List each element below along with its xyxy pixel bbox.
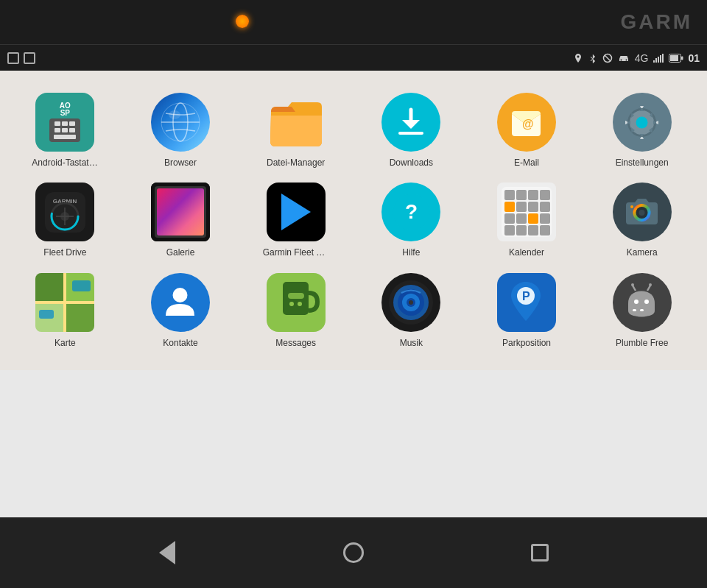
app-label-plumble-free: Plumble Free	[616, 338, 668, 348]
app-fleet-drive[interactable]: GARMIN Fleet Drive	[7, 175, 123, 265]
app-label-android-keyboard: Android-Tastatur (.	[32, 157, 98, 168]
app-einstellungen[interactable]: Einstellungen	[584, 85, 700, 175]
contacts-icon-svg	[160, 282, 200, 322]
downloads-icon-svg	[393, 104, 429, 141]
nav-recent-button[interactable]	[521, 534, 558, 571]
nav-bar	[0, 517, 707, 588]
app-plumble-free[interactable]: Plumble Free	[584, 266, 700, 355]
parkposition-icon-svg: P	[502, 278, 550, 326]
svg-point-62	[289, 302, 294, 306]
app-downloads[interactable]: Downloads	[354, 85, 469, 175]
status-left-icons	[7, 52, 35, 64]
device-frame: GARM 4G	[0, 0, 707, 588]
svg-rect-36	[516, 202, 527, 212]
app-android-keyboard[interactable]: AOSP	[7, 85, 123, 175]
camera-icon-svg	[622, 192, 662, 233]
svg-rect-44	[516, 225, 527, 235]
svg-rect-79	[633, 309, 636, 311]
svg-line-75	[647, 286, 650, 291]
signal-icon	[653, 53, 664, 63]
app-kontakte[interactable]: Kontakte	[123, 266, 239, 355]
app-label-hilfe: Hilfe	[402, 247, 420, 258]
browser-icon-svg	[158, 100, 203, 144]
app-label-einstellungen: Einstellungen	[616, 157, 669, 168]
svg-rect-32	[516, 190, 527, 200]
status-time: 01	[688, 52, 700, 64]
top-bar: GARM	[0, 0, 707, 44]
app-grid: AOSP	[0, 71, 707, 370]
svg-point-59	[173, 288, 188, 302]
maps-icon-svg	[35, 273, 94, 332]
svg-rect-6	[662, 54, 664, 63]
network-type: 4G	[635, 52, 649, 64]
svg-rect-33	[528, 190, 538, 200]
app-karte[interactable]: Karte	[7, 266, 123, 355]
app-datei-manager[interactable]: Datei-Manager	[238, 85, 354, 175]
svg-rect-45	[528, 225, 538, 235]
app-parkposition[interactable]: P Parkposition	[469, 266, 585, 355]
svg-point-69	[409, 300, 413, 305]
email-icon-svg: @	[506, 102, 546, 143]
svg-point-74	[631, 283, 634, 286]
app-label-galerie: Galerie	[166, 247, 195, 258]
app-kalender[interactable]: Kalender	[469, 175, 585, 265]
svg-rect-80	[640, 309, 644, 311]
svg-rect-42	[540, 213, 550, 224]
app-label-browser: Browser	[164, 157, 197, 168]
app-musik[interactable]: Musik	[354, 266, 469, 355]
svg-rect-35	[504, 202, 515, 212]
app-hilfe[interactable]: ? Hilfe	[354, 175, 469, 265]
app-label-datei-manager: Datei-Manager	[267, 157, 325, 168]
svg-rect-9	[681, 56, 683, 60]
nav-home-button[interactable]	[335, 534, 372, 571]
svg-rect-8	[670, 55, 678, 61]
svg-text:?: ?	[405, 200, 418, 223]
app-label-kamera: Kamera	[627, 247, 658, 258]
orange-indicator	[236, 15, 249, 28]
status-bar: 4G 01	[0, 44, 707, 71]
svg-rect-27	[157, 188, 204, 235]
svg-point-13	[169, 110, 180, 119]
app-label-garmin-fleet-ref: Garmin Fleet Refer.	[263, 247, 329, 258]
app-browser[interactable]: Browser	[123, 85, 239, 175]
settings-icon-svg	[622, 102, 662, 143]
app-kamera[interactable]: Kamera	[584, 175, 700, 265]
svg-rect-46	[540, 225, 550, 235]
svg-rect-57	[72, 280, 91, 291]
svg-point-76	[649, 283, 652, 286]
svg-point-17	[636, 116, 648, 128]
app-label-downloads: Downloads	[390, 157, 433, 168]
notification-icon-1	[7, 52, 19, 64]
status-right-icons: 4G 01	[573, 52, 700, 64]
plumble-icon-svg	[618, 278, 666, 326]
svg-point-78	[644, 300, 649, 304]
svg-rect-38	[540, 202, 550, 212]
svg-rect-4	[658, 57, 659, 63]
svg-line-73	[633, 286, 636, 291]
svg-point-63	[298, 302, 302, 306]
app-label-email: E-Mail	[514, 157, 539, 168]
svg-rect-43	[504, 225, 515, 235]
svg-rect-5	[660, 55, 661, 63]
app-label-musik: Musik	[400, 338, 423, 348]
app-garmin-fleet-ref[interactable]: Garmin Fleet Refer.	[238, 175, 354, 265]
svg-rect-54	[65, 302, 94, 332]
app-label-kontakte: Kontakte	[163, 338, 197, 348]
svg-rect-61	[288, 293, 304, 299]
fleet-drive-icon-svg: GARMIN	[41, 188, 89, 236]
main-screen: AOSP	[0, 71, 707, 517]
app-email[interactable]: @ E-Mail	[469, 85, 585, 175]
garmin-brand: GARM	[620, 10, 692, 34]
svg-rect-40	[516, 213, 527, 224]
app-label-parkposition: Parkposition	[502, 338, 551, 348]
nav-back-button[interactable]	[149, 534, 186, 571]
files-icon-svg	[267, 93, 325, 151]
svg-rect-39	[504, 213, 515, 224]
app-galerie[interactable]: Galerie	[123, 175, 239, 265]
location-icon	[573, 53, 583, 63]
app-messages[interactable]: Messages	[238, 266, 354, 355]
svg-rect-31	[504, 190, 515, 200]
app-label-fleet-drive: Fleet Drive	[43, 247, 86, 258]
help-icon-svg: ?	[391, 192, 432, 233]
svg-point-77	[634, 300, 639, 304]
